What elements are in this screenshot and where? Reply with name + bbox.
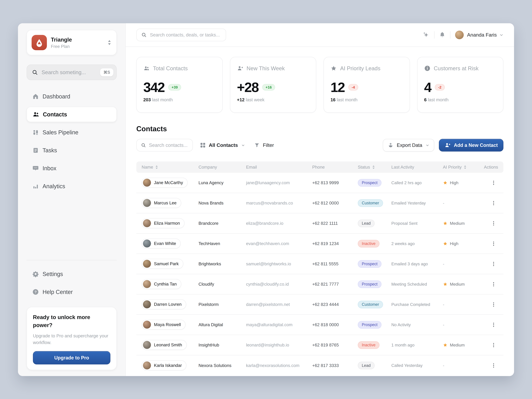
workspace-logo: [32, 35, 47, 50]
sidebar-item-contacts[interactable]: Contacts: [27, 107, 117, 122]
row-actions-button[interactable]: [491, 342, 496, 348]
column-header-ai-priority[interactable]: AI Priority: [443, 165, 483, 170]
contact-name-chip[interactable]: Maya Roswell: [142, 320, 185, 330]
sidebar-item-settings[interactable]: Settings: [27, 266, 117, 282]
stat-value: 12: [330, 79, 345, 95]
avatar: [143, 280, 151, 288]
contact-name-chip[interactable]: Darren Lovren: [142, 299, 186, 309]
cell-ai-priority: Medium: [443, 282, 483, 287]
cell-phone: +62 822 1111: [312, 221, 358, 226]
cell-company: Pixelstorm: [198, 302, 246, 307]
status-badge: Prospect: [358, 260, 381, 268]
stat-title: Customers at Risk: [434, 65, 479, 71]
sort-icon: [372, 165, 375, 169]
contact-name-chip[interactable]: Karla Iskandar: [142, 361, 186, 370]
sidebar-item-label: Sales Pipeline: [43, 129, 78, 136]
avatar: [143, 260, 151, 268]
stat-badge: -4: [348, 84, 358, 91]
cell-phone: +62 818 0000: [312, 322, 358, 327]
sidebar-divider: [27, 260, 117, 260]
page-background: Triangle Free Plan Search someting... ⌘S…: [0, 0, 532, 399]
sidebar-item-analytics[interactable]: Analytics: [27, 178, 117, 194]
row-actions-button[interactable]: [491, 221, 496, 226]
column-header-status[interactable]: Status: [358, 165, 391, 170]
bell-icon[interactable]: [439, 32, 445, 38]
contact-name: Marcus Lee: [154, 201, 177, 205]
global-search-input[interactable]: Search contacts, deals, or tasks...: [136, 29, 226, 41]
view-selector[interactable]: All Contacts: [200, 142, 245, 148]
row-actions-button[interactable]: [491, 302, 496, 307]
cell-email: karla@nexorasolutions.com: [246, 363, 312, 368]
user-avatar[interactable]: [455, 31, 464, 39]
sidebar-item-sales-pipeline[interactable]: Sales Pipeline: [27, 125, 117, 140]
column-header-name[interactable]: Name: [142, 165, 198, 170]
star-icon: [330, 65, 337, 71]
add-new-contact-button[interactable]: Add a New Contact: [439, 139, 503, 152]
analytics-icon: [32, 183, 39, 190]
contact-name-chip[interactable]: Cynthia Tan: [142, 279, 181, 289]
add-contact-label: Add a New Contact: [454, 143, 498, 148]
sidebar-item-help-center[interactable]: ?Help Center: [27, 284, 117, 300]
contact-name-chip[interactable]: Evan White: [142, 239, 181, 248]
sidebar-item-label: Analytics: [43, 183, 65, 190]
sidebar-item-dashboard[interactable]: Dashboard: [27, 89, 117, 104]
contact-name: Jane McCarthy: [154, 180, 183, 185]
sidebar-item-tasks[interactable]: Tasks: [27, 143, 117, 158]
people-icon: [32, 111, 40, 118]
row-actions-button[interactable]: [491, 282, 496, 287]
sparkle-icon[interactable]: [423, 32, 430, 38]
contact-name: Darren Lovren: [154, 302, 182, 307]
stat-value: 4: [424, 79, 431, 95]
row-actions-button[interactable]: [491, 363, 496, 368]
priority-label: Medium: [450, 221, 465, 226]
home-icon: [32, 93, 39, 100]
search-icon: [141, 143, 146, 148]
contact-name-chip[interactable]: Marcus Lee: [142, 198, 181, 208]
contact-name-chip[interactable]: Leonard Smith: [142, 340, 187, 350]
cell-email: samuel@brightworks.io: [246, 261, 312, 266]
sidebar-item-label: Help Center: [43, 289, 73, 295]
cell-email: eliza@brandcore.io: [246, 221, 312, 226]
cell-ai-priority: Medium: [443, 343, 483, 348]
sidebar-search-input[interactable]: Search someting... ⌘S: [27, 64, 117, 80]
cell-company: Cloudify: [198, 282, 246, 287]
search-icon: [141, 32, 147, 38]
table-header: NameCompanyEmailPhoneStatusLast Activity…: [136, 161, 503, 173]
cell-phone: +62 823 4444: [312, 302, 358, 307]
status-badge: Customer: [358, 199, 383, 207]
contact-name-chip[interactable]: Jane McCarthy: [142, 178, 188, 188]
status-badge: Lead: [358, 362, 375, 369]
user-name[interactable]: Ananda Faris: [467, 32, 497, 38]
workspace-plan: Free Plan: [51, 44, 72, 49]
row-actions-button[interactable]: [491, 201, 496, 206]
contact-name: Samuel Park: [154, 261, 179, 266]
row-actions-button[interactable]: [491, 241, 496, 246]
row-actions-button[interactable]: [491, 322, 496, 327]
contact-name-chip[interactable]: Samuel Park: [142, 259, 183, 269]
priority-label: High: [450, 241, 458, 246]
status-badge: Inactive: [358, 341, 380, 349]
contact-name-chip[interactable]: Eliza Harmon: [142, 218, 184, 228]
row-actions-button[interactable]: [491, 180, 496, 185]
filter-button[interactable]: Filter: [254, 142, 274, 148]
chevron-down-icon[interactable]: [500, 33, 503, 37]
upgrade-to-pro-button[interactable]: Upgrade to Pro: [33, 351, 110, 364]
export-data-button[interactable]: Export Data: [383, 139, 434, 152]
contacts-search-input[interactable]: Search contacts...: [136, 139, 193, 152]
content: Total Contacts342+39203 last monthNew Th…: [126, 47, 514, 376]
cell-phone: +62 813 9999: [312, 180, 358, 185]
cell-email: darren@pixelstorm.net: [246, 302, 312, 307]
avatar: [143, 361, 151, 369]
workspace-switcher[interactable]: Triangle Free Plan: [27, 30, 117, 55]
sidebar-item-inbox[interactable]: Inbox: [27, 161, 117, 176]
inbox-icon: [32, 165, 39, 171]
cell-phone: +62 812 0000: [312, 201, 358, 205]
cell-ai-priority: High: [443, 180, 483, 185]
stat-badge: +16: [262, 84, 275, 91]
avatar: [143, 300, 151, 308]
cell-company: InsightHub: [198, 342, 246, 348]
row-actions-button[interactable]: [491, 261, 496, 266]
upgrade-title: Ready to unlock more power?: [33, 313, 110, 329]
avatar: [143, 240, 151, 247]
filter-label: Filter: [263, 142, 274, 148]
